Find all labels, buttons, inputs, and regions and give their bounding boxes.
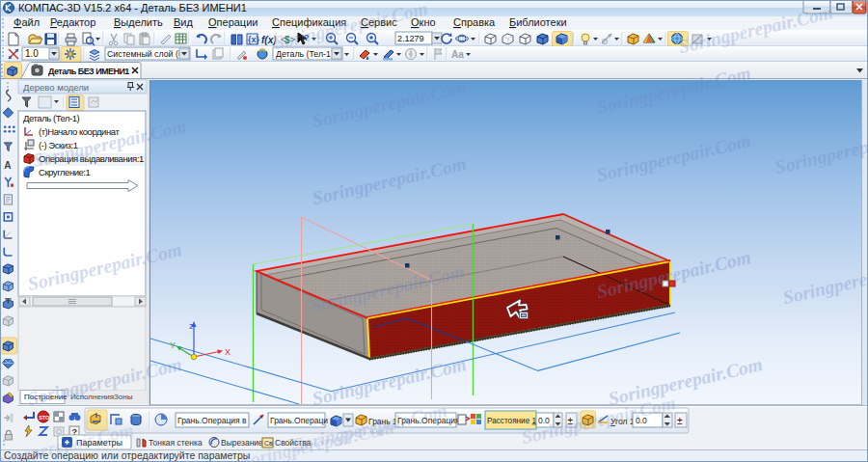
svg-text:Дерево модели: Дерево модели bbox=[23, 82, 89, 93]
svg-text:Справка: Справка bbox=[453, 16, 496, 28]
svg-text:Грань.Операция в: Грань.Операция в bbox=[177, 416, 247, 425]
svg-text:Зоны: Зоны bbox=[114, 393, 133, 401]
svg-text:X: X bbox=[225, 347, 231, 357]
svg-text:А: А bbox=[4, 160, 12, 171]
svg-text:Тонкая стенка: Тонкая стенка bbox=[149, 438, 203, 448]
svg-text:STOP: STOP bbox=[39, 415, 53, 421]
svg-text:Библиотеки: Библиотеки bbox=[509, 16, 567, 28]
svg-text:Вид: Вид bbox=[174, 16, 193, 28]
svg-text:Y: Y bbox=[170, 340, 176, 350]
svg-text:Системный слой (0): Системный слой (0) bbox=[107, 49, 186, 59]
svg-text:2.1279: 2.1279 bbox=[397, 34, 424, 43]
svg-text:Операции: Операции bbox=[208, 16, 258, 28]
svg-text:Аа: Аа bbox=[451, 49, 464, 60]
svg-text:Вырезание: Вырезание bbox=[221, 438, 263, 448]
svg-text:±: ± bbox=[677, 416, 683, 426]
svg-text:z: z bbox=[189, 321, 194, 331]
svg-text:Грань.Операци: Грань.Операци bbox=[270, 416, 328, 425]
svg-text:Файл: Файл bbox=[14, 16, 40, 28]
svg-text:{x}: {x} bbox=[248, 35, 260, 44]
svg-text:Выделить: Выделить bbox=[114, 16, 163, 28]
svg-text:Деталь (Тел-1): Деталь (Тел-1) bbox=[23, 113, 80, 123]
svg-text:КОМПАС-3D V15.2 x64 - Деталь: КОМПАС-3D V15.2 x64 - Деталь БЕЗ ИМЕНИ1 bbox=[18, 2, 247, 14]
svg-text:Деталь БЕЗ ИМЕНИ1: Деталь БЕЗ ИМЕНИ1 bbox=[48, 67, 129, 76]
svg-text:Скругление:1: Скругление:1 bbox=[39, 167, 91, 177]
svg-text:Редактор: Редактор bbox=[50, 16, 95, 28]
svg-text:Расстояние 1: Расстояние 1 bbox=[487, 417, 537, 425]
svg-text:1.0: 1.0 bbox=[25, 48, 39, 59]
